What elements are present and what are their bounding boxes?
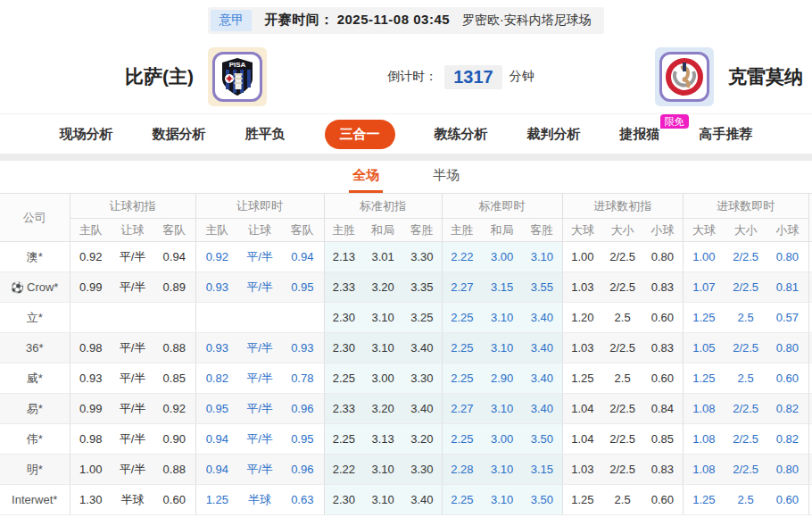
odds-cell: 3.01 bbox=[363, 242, 402, 272]
nav-tab-5[interactable]: 教练分析 bbox=[435, 126, 488, 143]
odds-cell: 平/半 bbox=[238, 424, 281, 455]
odds-table: 公司让球初指让球即时标准初指标准即时进球数初指进球数即时主队让球客队主队让球客队… bbox=[0, 193, 812, 515]
nav-tab-7[interactable]: 捷报猫限免 bbox=[620, 126, 660, 143]
odds-cell: 3.10 bbox=[522, 242, 562, 272]
sub-column-header: 主胜 bbox=[324, 219, 363, 242]
limited-free-badge: 限免 bbox=[660, 114, 689, 129]
odds-cell: 平/半 bbox=[112, 394, 153, 424]
sub-column-header: 和局 bbox=[363, 219, 402, 242]
company-cell[interactable]: 伟* bbox=[0, 424, 70, 455]
odds-cell: 2.5 bbox=[725, 485, 766, 515]
sub-column-header: 主胜 bbox=[442, 219, 482, 242]
table-row: 立*2.303.103.252.253.103.401.202.50.601.2… bbox=[0, 303, 812, 333]
sub-column-header: 客胜 bbox=[402, 219, 442, 242]
odds-cell: 平/半 bbox=[238, 394, 281, 424]
odds-cell: 2.33 bbox=[324, 272, 363, 303]
match-info-bar: 意甲 开赛时间： 2025-11-08 03:45 罗密欧·安科内塔尼球场 bbox=[0, 0, 812, 40]
odds-cell: 1.05 bbox=[683, 333, 725, 363]
odds-cell: 0.89 bbox=[153, 272, 195, 303]
sub-column-header: 大球 bbox=[562, 219, 602, 242]
odds-cell: 1.00 bbox=[683, 242, 725, 272]
clipped-column-header bbox=[808, 194, 812, 242]
odds-cell: 0.60 bbox=[642, 485, 683, 515]
col-group-header-1: 让球初指 bbox=[70, 194, 195, 219]
odds-cell: 3.15 bbox=[522, 455, 562, 485]
col-group-header-3: 标准初指 bbox=[324, 194, 442, 219]
odds-cell: 3.55 bbox=[522, 272, 562, 303]
subtab-1[interactable]: 全场 bbox=[349, 161, 383, 193]
nav-tab-1[interactable]: 现场分析 bbox=[60, 126, 113, 143]
company-cell[interactable]: 明* bbox=[0, 455, 70, 485]
odds-cell: 2/2.5 bbox=[725, 242, 766, 272]
odds-cell: 0.60 bbox=[642, 303, 683, 333]
odds-cell: 0.85 bbox=[642, 424, 683, 455]
odds-cell: 1.25 bbox=[562, 363, 602, 394]
sub-column-header: 让球 bbox=[238, 219, 281, 242]
odds-cell: 3.40 bbox=[522, 363, 562, 394]
odds-cell: 3.10 bbox=[482, 333, 522, 363]
odds-cell: 0.82 bbox=[195, 363, 238, 394]
odds-cell: 1.04 bbox=[562, 394, 602, 424]
odds-cell: 0.83 bbox=[642, 333, 683, 363]
odds-cell: 0.60 bbox=[642, 363, 683, 394]
col-group-header-6: 进球数即时 bbox=[683, 194, 808, 219]
odds-cell: 2.5 bbox=[602, 363, 642, 394]
odds-cell: 3.35 bbox=[402, 272, 442, 303]
nav-tab-6[interactable]: 裁判分析 bbox=[527, 126, 581, 143]
odds-cell: 2.5 bbox=[602, 303, 642, 333]
company-column-header: 公司 bbox=[0, 194, 70, 242]
table-row: ⚽Crow*0.99平/半0.890.93平/半0.952.333.203.35… bbox=[0, 272, 812, 303]
odds-cell: 3.30 bbox=[402, 455, 442, 485]
clipped-cell bbox=[808, 363, 812, 394]
odds-cell: 0.80 bbox=[642, 242, 683, 272]
nav-tab-8[interactable]: 高手推荐 bbox=[700, 126, 753, 143]
odds-cell: 2.25 bbox=[442, 303, 482, 333]
odds-cell: 3.20 bbox=[402, 424, 442, 455]
odds-cell: 1.25 bbox=[683, 485, 725, 515]
odds-cell: 0.94 bbox=[195, 455, 238, 485]
nav-tab-3[interactable]: 胜平负 bbox=[245, 126, 286, 143]
odds-cell: 1.07 bbox=[683, 272, 725, 303]
odds-cell: 1.03 bbox=[562, 333, 602, 363]
nav-tab-2[interactable]: 数据分析 bbox=[153, 126, 206, 143]
odds-cell: 1.08 bbox=[683, 455, 725, 485]
company-cell[interactable]: 36* bbox=[0, 333, 70, 363]
odds-cell: 0.80 bbox=[766, 455, 808, 485]
company-cell[interactable]: Interwet* bbox=[0, 485, 70, 515]
odds-cell: 3.30 bbox=[402, 363, 442, 394]
kickoff: 开赛时间： 2025-11-08 03:45 bbox=[264, 12, 450, 29]
sub-column-header: 小球 bbox=[642, 219, 683, 242]
company-cell[interactable]: 澳* bbox=[0, 242, 70, 272]
clipped-cell bbox=[808, 455, 812, 485]
odds-cell: 2.25 bbox=[324, 363, 363, 394]
odds-cell: 0.82 bbox=[766, 424, 808, 455]
page: 意甲 开赛时间： 2025-11-08 03:45 罗密欧·安科内塔尼球场 比萨… bbox=[0, 0, 812, 526]
company-cell[interactable]: 易* bbox=[0, 394, 70, 424]
odds-cell: 2/2.5 bbox=[725, 272, 766, 303]
odds-cell: 0.84 bbox=[642, 394, 683, 424]
kickoff-time: 2025-11-08 03:45 bbox=[337, 12, 450, 27]
odds-cell bbox=[238, 303, 281, 333]
soccer-ball-icon: ⚽ bbox=[11, 281, 24, 294]
table-row: 澳*0.92平/半0.940.92平/半0.942.133.013.302.22… bbox=[0, 242, 812, 272]
odds-cell: 3.10 bbox=[363, 455, 402, 485]
subtab-2[interactable]: 半场 bbox=[429, 161, 463, 193]
period-subtabs: 全场半场 bbox=[0, 161, 812, 193]
nav-tab-4[interactable]: 三合一 bbox=[325, 120, 395, 149]
company-cell[interactable]: 威* bbox=[0, 363, 70, 394]
countdown: 倒计时： 1317 分钟 bbox=[387, 65, 534, 89]
odds-cell: 1.03 bbox=[562, 272, 602, 303]
company-cell[interactable]: ⚽Crow* bbox=[0, 272, 70, 303]
home-team-logo: PISA bbox=[208, 47, 267, 106]
clipped-cell bbox=[808, 333, 812, 363]
league-badge[interactable]: 意甲 bbox=[211, 10, 252, 31]
odds-cell: 3.40 bbox=[522, 333, 562, 363]
pisa-crest-icon: PISA bbox=[212, 52, 262, 102]
odds-cell: 0.99 bbox=[70, 394, 112, 424]
countdown-value: 1317 bbox=[444, 65, 502, 89]
odds-cell: 0.93 bbox=[281, 333, 324, 363]
company-cell[interactable]: 立* bbox=[0, 303, 70, 333]
odds-cell: 2/2.5 bbox=[725, 455, 766, 485]
table-row: Interwet*1.30半球0.601.25半球0.632.303.103.4… bbox=[0, 485, 812, 515]
odds-cell: 2.25 bbox=[442, 424, 482, 455]
